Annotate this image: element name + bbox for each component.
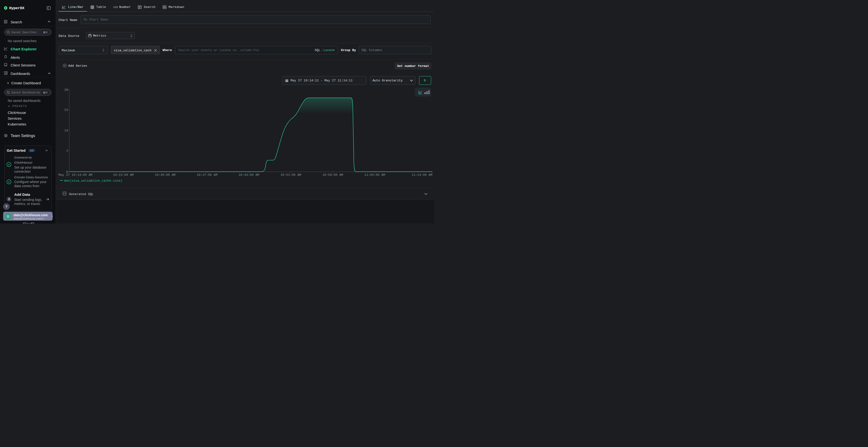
svg-text:May 27 10:14:00 AM: May 27 10:14:00 AM — [59, 173, 92, 177]
svg-text:10:23:00 AM: 10:23:00 AM — [113, 173, 134, 177]
svg-text:28: 28 — [64, 88, 68, 92]
svg-text:10:37:00 AM: 10:37:00 AM — [197, 173, 217, 177]
svg-text:10:44:00 AM: 10:44:00 AM — [239, 173, 259, 177]
svg-text:11:14:00 AM: 11:14:00 AM — [411, 173, 432, 177]
svg-text:10:30:00 AM: 10:30:00 AM — [155, 173, 176, 177]
svg-text:max(visa_validation_cache.size: max(visa_validation_cache.size) — [64, 179, 123, 182]
svg-text:10:51:00 AM: 10:51:00 AM — [280, 173, 301, 177]
svg-text:10:58:00 AM: 10:58:00 AM — [322, 173, 343, 177]
svg-text:11:05:00 AM: 11:05:00 AM — [364, 173, 385, 177]
svg-text:7: 7 — [66, 149, 68, 153]
svg-text:21: 21 — [64, 108, 68, 112]
svg-text:14: 14 — [64, 129, 68, 133]
